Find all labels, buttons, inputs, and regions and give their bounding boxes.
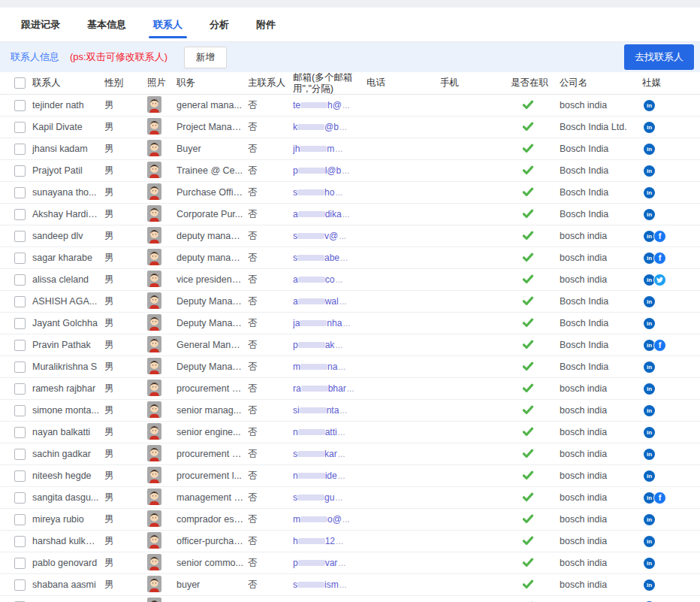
table-row[interactable]: simone monta... 男 senior manag... 否 bbox=[0, 400, 700, 422]
email-link[interactable]: sabe bbox=[293, 253, 339, 263]
linkedin-icon[interactable]: in bbox=[644, 187, 655, 198]
email-link[interactable]: rabhar bbox=[293, 383, 346, 394]
contact-photo[interactable] bbox=[147, 96, 161, 113]
email-link[interactable]: sho bbox=[293, 187, 334, 198]
email-link[interactable]: teh@ bbox=[293, 100, 342, 110]
row-checkbox[interactable] bbox=[14, 100, 26, 111]
contact-photo[interactable] bbox=[147, 576, 161, 592]
email-link[interactable]: k@b bbox=[293, 122, 339, 132]
linkedin-icon[interactable]: in bbox=[644, 122, 655, 133]
contact-photo[interactable] bbox=[147, 292, 161, 309]
contact-photo[interactable] bbox=[147, 532, 161, 549]
email-link[interactable]: nide bbox=[293, 470, 337, 481]
table-row[interactable]: pablo genovard 男 senior commo... 否 bbox=[0, 552, 700, 574]
linkedin-icon[interactable]: in bbox=[644, 427, 655, 438]
row-checkbox[interactable] bbox=[14, 362, 26, 373]
facebook-icon[interactable]: f bbox=[653, 230, 666, 243]
contact-photo[interactable] bbox=[147, 140, 161, 156]
contact-photo[interactable] bbox=[147, 118, 161, 135]
table-row[interactable]: harshad kulkarni 男 officer-purchase 否 bbox=[0, 531, 700, 552]
email-link[interactable]: awal bbox=[293, 296, 339, 307]
linkedin-icon[interactable]: in bbox=[644, 144, 655, 155]
linkedin-icon[interactable]: in bbox=[644, 165, 655, 177]
row-checkbox[interactable] bbox=[14, 383, 26, 395]
row-checkbox[interactable] bbox=[14, 579, 26, 591]
row-checkbox[interactable] bbox=[14, 558, 26, 569]
linkedin-icon[interactable]: in bbox=[644, 296, 655, 307]
email-link[interactable]: jhm bbox=[293, 144, 334, 154]
contact-photo[interactable] bbox=[147, 227, 161, 244]
table-row[interactable]: Prajyot Patil 男 Trainee @ Ce... 否 p bbox=[0, 160, 700, 182]
facebook-icon[interactable]: f bbox=[653, 339, 666, 352]
contact-photo[interactable] bbox=[147, 445, 161, 461]
row-checkbox[interactable] bbox=[14, 536, 26, 547]
email-link[interactable]: pvar bbox=[293, 558, 337, 568]
email-link[interactable]: mna bbox=[293, 362, 337, 372]
row-checkbox[interactable] bbox=[14, 187, 26, 198]
table-row[interactable]: jhansi kadam 男 Buyer 否 jhm... bbox=[0, 138, 700, 160]
table-row[interactable]: sangita dasgu... 男 management t... 否 bbox=[0, 487, 700, 509]
email-link[interactable]: h12 bbox=[293, 536, 335, 546]
tab-2[interactable]: 基本信息 bbox=[86, 15, 128, 35]
linkedin-icon[interactable]: in bbox=[644, 405, 655, 416]
table-row[interactable]: Jayant Golchha 男 Deputy Manager 否 j bbox=[0, 313, 700, 334]
email-link[interactable]: natti bbox=[293, 427, 337, 437]
contact-photo[interactable] bbox=[147, 554, 161, 570]
linkedin-icon[interactable]: in bbox=[644, 383, 655, 395]
linkedin-icon[interactable]: in bbox=[644, 318, 655, 329]
table-row[interactable]: rakesh wagh 男 senior purcha... 否 ra bbox=[0, 596, 700, 602]
row-checkbox[interactable] bbox=[14, 514, 26, 525]
linkedin-icon[interactable]: in bbox=[644, 558, 655, 569]
email-link[interactable]: sinta bbox=[293, 405, 339, 416]
linkedin-icon[interactable]: in bbox=[644, 100, 655, 111]
contact-photo[interactable] bbox=[147, 314, 161, 331]
linkedin-icon[interactable]: in bbox=[644, 579, 655, 591]
table-row[interactable]: sagar kharabe 男 deputy manager 否 sa bbox=[0, 247, 700, 269]
email-link[interactable]: pl@b bbox=[293, 165, 341, 176]
row-checkbox[interactable] bbox=[14, 253, 26, 264]
contact-photo[interactable] bbox=[147, 510, 161, 527]
table-row[interactable]: niteesh hegde 男 procurement l... 否 bbox=[0, 465, 700, 487]
row-checkbox[interactable] bbox=[14, 449, 26, 460]
contact-photo[interactable] bbox=[147, 249, 161, 265]
facebook-icon[interactable]: f bbox=[653, 492, 666, 504]
table-row[interactable]: mireya rubio 男 comprador est... 否 m bbox=[0, 509, 700, 531]
row-checkbox[interactable] bbox=[14, 340, 26, 351]
table-row[interactable]: Kapil Divate 男 Project Manag... 否 k bbox=[0, 116, 700, 138]
linkedin-icon[interactable]: in bbox=[644, 470, 655, 482]
contact-photo[interactable] bbox=[147, 597, 161, 602]
tab-5[interactable]: 附件 bbox=[255, 15, 277, 35]
facebook-icon[interactable]: f bbox=[653, 252, 666, 265]
table-row[interactable]: tejinder nath 男 general mana... 否 t bbox=[0, 95, 700, 116]
email-link[interactable]: adika bbox=[293, 209, 342, 219]
row-checkbox[interactable] bbox=[14, 427, 26, 438]
row-checkbox[interactable] bbox=[14, 231, 26, 242]
contact-photo[interactable] bbox=[147, 401, 161, 418]
table-row[interactable]: shabana aasmi 男 buyer 否 sism... bbox=[0, 574, 700, 596]
row-checkbox[interactable] bbox=[14, 144, 26, 155]
row-checkbox[interactable] bbox=[14, 492, 26, 504]
contact-photo[interactable] bbox=[147, 271, 161, 287]
contact-photo[interactable] bbox=[147, 205, 161, 222]
select-all-checkbox[interactable] bbox=[14, 77, 26, 89]
row-checkbox[interactable] bbox=[14, 274, 26, 286]
row-checkbox[interactable] bbox=[14, 318, 26, 329]
email-link[interactable]: pak bbox=[293, 340, 334, 350]
row-checkbox[interactable] bbox=[14, 470, 26, 482]
table-row[interactable]: Pravin Pathak 男 General Mana... 否 p bbox=[0, 334, 700, 356]
linkedin-icon[interactable]: in bbox=[644, 536, 655, 547]
linkedin-icon[interactable]: in bbox=[644, 514, 655, 525]
contact-photo[interactable] bbox=[147, 467, 161, 483]
contact-photo[interactable] bbox=[147, 162, 161, 178]
contact-photo[interactable] bbox=[147, 423, 161, 440]
table-row[interactable]: sandeep dlv 男 deputy manager 否 sv@. bbox=[0, 225, 700, 247]
linkedin-icon[interactable]: in bbox=[644, 209, 655, 220]
tab-4[interactable]: 分析 bbox=[208, 15, 231, 35]
email-link[interactable]: mo@ bbox=[293, 514, 342, 525]
tab-3[interactable]: 联系人 bbox=[152, 15, 184, 35]
tab-1[interactable]: 跟进记录 bbox=[20, 15, 62, 35]
contact-photo[interactable] bbox=[147, 183, 161, 200]
row-checkbox[interactable] bbox=[14, 296, 26, 307]
row-checkbox[interactable] bbox=[14, 405, 26, 416]
find-contacts-button[interactable]: 去找联系人 bbox=[624, 44, 694, 70]
